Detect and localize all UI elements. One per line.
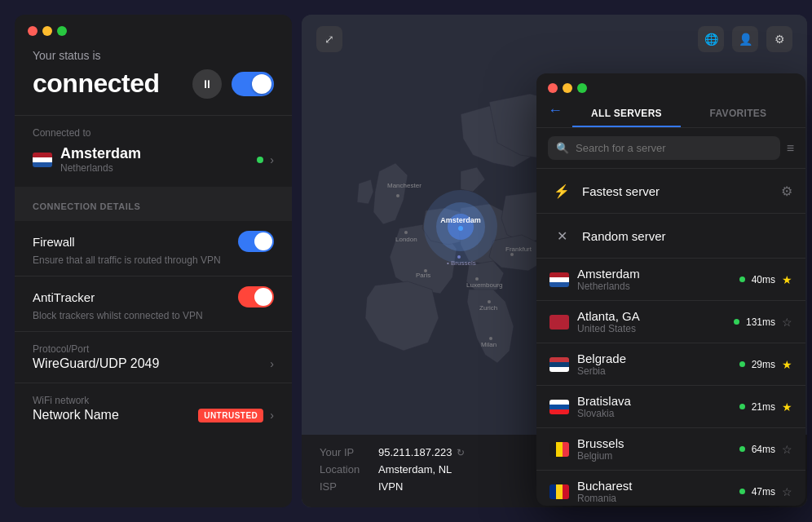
server-item[interactable]: Atlanta, GA United States 131ms ☆	[536, 301, 805, 343]
refresh-icon[interactable]: ↻	[457, 447, 465, 458]
wifi-meta: UNTRUSTED ›	[198, 409, 274, 422]
server-item-info: Bucharest Romania	[577, 479, 731, 504]
wifi-name: Network Name	[33, 408, 119, 422]
firewall-toggle[interactable]	[238, 231, 274, 252]
server-item-info: Bratislava Slovakia	[577, 394, 731, 419]
server-flag	[549, 442, 569, 457]
server-panel: ← ALL SERVERS FAVORITES 🔍 ≡ ⚡ Fastest se…	[536, 73, 805, 506]
antitracker-title: AntiTracker	[33, 290, 95, 304]
filter-button[interactable]: ≡	[787, 141, 794, 156]
server-item-meta: 29ms ★	[739, 358, 792, 371]
amsterdam-dot	[458, 226, 463, 231]
server-panel-tl-yellow	[563, 83, 572, 93]
connection-dot	[257, 157, 263, 163]
server-flag	[549, 400, 569, 414]
traffic-light-green	[57, 26, 67, 36]
protocol-item[interactable]: Protocol/Port WireGuard/UDP 2049 ›	[15, 332, 292, 383]
server-list: ⚡ Fastest server ⚙ ✕ Random server Amste…	[536, 169, 805, 506]
section-title: CONNECTION DETAILS	[33, 201, 140, 211]
london-dot	[404, 231, 408, 234]
server-panel-tl-red	[548, 83, 558, 93]
server-nav: ›	[257, 153, 274, 166]
search-input[interactable]	[576, 142, 772, 154]
server-tabs: ← ALL SERVERS FAVORITES	[536, 100, 805, 128]
server-item-country: Belgium	[577, 450, 731, 462]
fastest-server-info: ⚡ Fastest server	[549, 179, 660, 203]
ping-value: 40ms	[752, 274, 775, 285]
luxembourg-label: Luxembourg	[466, 281, 502, 289]
ping-dot	[739, 489, 745, 494]
antitracker-row: AntiTracker	[33, 286, 274, 307]
location-label: Location	[320, 463, 368, 476]
connection-details-header: CONNECTION DETAILS	[15, 187, 292, 221]
fastest-server-item[interactable]: ⚡ Fastest server ⚙	[536, 169, 805, 214]
server-item[interactable]: Brussels Belgium 64ms ☆	[536, 428, 805, 471]
connected-server-name: Amsterdam	[60, 145, 141, 162]
ping-value: 47ms	[752, 486, 775, 498]
favorite-icon[interactable]: ★	[782, 273, 792, 286]
server-item-name: Bucharest	[577, 479, 731, 493]
server-item[interactable]: Belgrade Serbia 29ms ★	[536, 343, 805, 386]
server-search-bar: 🔍 ≡	[536, 128, 805, 169]
traffic-lights	[15, 15, 292, 42]
manchester-dot	[396, 194, 399, 197]
map-account-button[interactable]: 👤	[732, 26, 758, 52]
server-flag	[549, 272, 569, 287]
vpn-toggle[interactable]	[232, 72, 274, 96]
firewall-row: Firewall	[33, 231, 274, 252]
connected-to-section: Connected to Amsterdam Netherlands ›	[15, 116, 292, 187]
brussels-label: • Brussels	[447, 259, 476, 267]
brussels-dot	[457, 255, 461, 259]
location-value: Amsterdam, NL	[378, 463, 452, 476]
favorite-icon[interactable]: ☆	[782, 443, 792, 456]
favorite-icon[interactable]: ★	[782, 400, 792, 414]
server-item-country: United States	[577, 323, 726, 334]
server-item-info: Brussels Belgium	[577, 436, 731, 462]
fastest-server-gear[interactable]: ⚙	[781, 184, 792, 199]
connected-server-row[interactable]: Amsterdam Netherlands ›	[33, 145, 274, 174]
netherlands-flag	[33, 153, 52, 167]
location-row: Location Amsterdam, NL	[320, 463, 465, 476]
tab-favorites[interactable]: FAVORITES	[684, 100, 792, 127]
paris-label: Paris	[416, 272, 430, 279]
wifi-item[interactable]: WiFi network Network Name UNTRUSTED ›	[15, 383, 292, 434]
pause-button[interactable]: ⏸	[192, 69, 222, 99]
fastest-icon: ⚡	[549, 179, 574, 203]
server-flag	[549, 315, 569, 330]
ip-label: Your IP	[320, 446, 368, 458]
map-globe-button[interactable]: 🌐	[698, 26, 724, 52]
favorite-icon[interactable]: ★	[782, 358, 792, 371]
ip-value: 95.211.187.223 ↻	[378, 446, 465, 458]
antitracker-item: AntiTracker Block trackers whilst connec…	[15, 276, 292, 332]
status-controls: ⏸	[192, 69, 274, 99]
random-server-label: Random server	[582, 229, 666, 243]
map-minimize-button[interactable]: ⤢	[316, 26, 342, 52]
firewall-title: Firewall	[33, 235, 75, 249]
ip-info: Your IP 95.211.187.223 ↻ Location Amster…	[320, 446, 465, 493]
server-panel-traffic-lights	[536, 73, 805, 100]
favorite-icon[interactable]: ☆	[782, 485, 792, 498]
traffic-light-red	[28, 26, 38, 36]
protocol-row: WireGuard/UDP 2049 ›	[33, 356, 274, 371]
tab-all-servers[interactable]: ALL SERVERS	[572, 100, 681, 127]
map-settings-button[interactable]: ⚙	[766, 26, 792, 52]
ping-value: 64ms	[752, 444, 775, 455]
back-button[interactable]: ←	[548, 102, 569, 126]
connected-server-details: Amsterdam Netherlands	[60, 145, 141, 174]
server-item[interactable]: Bratislava Slovakia 21ms ★	[536, 386, 805, 428]
isp-row: ISP IVPN	[320, 480, 465, 493]
milan-label: Milan	[481, 341, 496, 348]
server-item[interactable]: Amsterdam Netherlands 40ms ★	[536, 259, 805, 301]
favorite-icon[interactable]: ☆	[782, 316, 792, 329]
wifi-chevron-icon: ›	[270, 409, 274, 422]
status-label: Your status is	[33, 49, 274, 62]
traffic-light-yellow	[42, 26, 52, 36]
server-item[interactable]: Bucharest Romania 47ms ☆	[536, 471, 805, 506]
random-server-item[interactable]: ✕ Random server	[536, 214, 805, 259]
status-connected: connected	[33, 69, 160, 99]
chevron-right-icon: ›	[270, 153, 274, 166]
amsterdam-map-label: Amsterdam	[440, 216, 481, 224]
antitracker-toggle[interactable]	[238, 286, 274, 307]
random-icon: ✕	[549, 223, 574, 248]
milan-dot	[489, 337, 492, 340]
